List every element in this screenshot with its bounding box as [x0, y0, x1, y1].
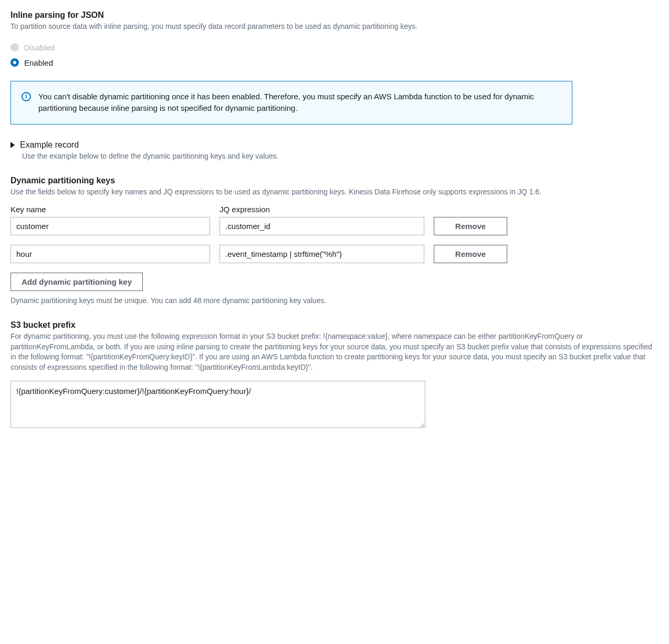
keys-columns-header: Key name JQ expression	[11, 205, 658, 214]
key-row: Remove	[11, 217, 658, 235]
info-alert: You can't disable dynamic partitioning o…	[11, 81, 572, 124]
info-icon	[22, 92, 31, 101]
radio-icon-selected	[11, 58, 19, 67]
remove-button[interactable]: Remove	[434, 217, 507, 235]
inline-parsing-desc: To partition source data with inline par…	[11, 22, 658, 32]
jq-expression-input[interactable]	[219, 217, 424, 235]
s3-prefix-desc: For dynamic partitioning, you must use t…	[11, 331, 658, 372]
inline-parsing-title: Inline parsing for JSON	[11, 11, 658, 20]
example-record-desc: Use the example below to define the dyna…	[22, 152, 658, 160]
radio-label-enabled: Enabled	[24, 58, 53, 67]
info-alert-text: You can't disable dynamic partitioning o…	[38, 91, 561, 115]
s3-prefix-title: S3 bucket prefix	[11, 320, 658, 330]
s3-prefix-section: S3 bucket prefix For dynamic partitionin…	[11, 320, 658, 429]
key-name-input[interactable]	[11, 245, 210, 263]
example-record-title: Example record	[20, 140, 79, 150]
dynamic-keys-desc: Use the fields below to specify key name…	[11, 187, 658, 198]
radio-option-disabled: Disabled	[11, 40, 658, 55]
dynamic-keys-hint: Dynamic partitioning keys must be unique…	[11, 296, 658, 305]
radio-icon-disabled	[11, 43, 19, 51]
inline-parsing-section: Inline parsing for JSON To partition sou…	[11, 11, 658, 70]
radio-label-disabled: Disabled	[24, 43, 55, 52]
jq-expression-label: JQ expression	[219, 205, 424, 214]
key-name-label: Key name	[11, 205, 210, 214]
s3-prefix-input[interactable]	[11, 381, 425, 428]
inline-parsing-radio-group: Disabled Enabled	[11, 40, 658, 70]
key-row: Remove	[11, 245, 658, 263]
key-name-input[interactable]	[11, 217, 210, 235]
caret-right-icon	[11, 142, 15, 148]
dynamic-keys-title: Dynamic partitioning keys	[11, 176, 658, 185]
radio-option-enabled[interactable]: Enabled	[11, 55, 658, 70]
jq-expression-input[interactable]	[219, 245, 424, 263]
example-record-expander[interactable]: Example record	[11, 140, 658, 150]
dynamic-keys-section: Dynamic partitioning keys Use the fields…	[11, 176, 658, 305]
add-dynamic-key-button[interactable]: Add dynamic partitioning key	[11, 273, 143, 291]
remove-button[interactable]: Remove	[434, 245, 507, 263]
